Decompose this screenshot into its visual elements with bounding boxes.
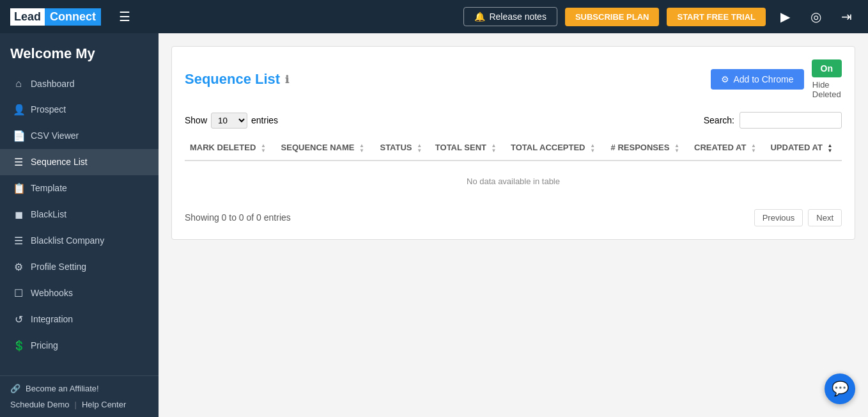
release-notes-button[interactable]: 🔔 Release notes bbox=[463, 7, 557, 26]
sidebar-item-webhooks[interactable]: ☐ Webhooks bbox=[0, 280, 159, 306]
sidebar-item-sequence-list[interactable]: ☰ Sequence List bbox=[0, 149, 159, 175]
list-icon: ☰ bbox=[13, 156, 24, 168]
col-mark-deleted[interactable]: MARK DELETED ▲▼ bbox=[185, 136, 276, 161]
sort-icon-status: ▲▼ bbox=[417, 143, 422, 153]
add-to-chrome-button[interactable]: ⚙ Add to Chrome bbox=[711, 69, 803, 90]
exit-icon[interactable]: ⇥ bbox=[835, 5, 858, 28]
col-status[interactable]: STATUS ▲▼ bbox=[375, 136, 430, 161]
sort-icon-total-accepted: ▲▼ bbox=[590, 143, 595, 153]
entries-label: entries bbox=[251, 115, 278, 125]
col-created-at[interactable]: CREATED AT ▲▼ bbox=[689, 136, 765, 161]
schedule-demo-link[interactable]: Schedule Demo bbox=[10, 400, 70, 409]
chat-bubble[interactable]: 💬 bbox=[825, 374, 855, 404]
sidebar-item-integration[interactable]: ↺ Integration bbox=[0, 306, 159, 333]
hamburger-icon[interactable]: ☰ bbox=[119, 9, 130, 24]
sidebar-item-pricing[interactable]: 💲 Pricing bbox=[0, 333, 159, 359]
sidebar-item-prospect[interactable]: 👤 Prospect bbox=[0, 97, 159, 123]
sidebar-item-dashboard[interactable]: ⌂ Dashboard bbox=[0, 71, 159, 97]
hide-deleted-toggle[interactable]: On bbox=[812, 59, 842, 77]
sequence-list-title-row: Sequence List ℹ bbox=[185, 71, 289, 88]
col-total-sent[interactable]: TOTAL SENT ▲▼ bbox=[430, 136, 506, 161]
top-navigation: Lead Connect ☰ 🔔 Release notes SUBSCRIBE… bbox=[0, 0, 868, 33]
integration-icon: ↺ bbox=[13, 313, 24, 326]
sidebar-label-template: Template bbox=[31, 183, 67, 193]
table-header-row: MARK DELETED ▲▼ SEQUENCE NAME ▲▼ STATUS … bbox=[185, 136, 842, 161]
blacklist-company-icon: ☰ bbox=[13, 235, 24, 247]
template-icon: 📋 bbox=[13, 182, 24, 194]
showing-text: Showing 0 to 0 of 0 entries bbox=[185, 212, 291, 223]
logo-lead: Lead bbox=[10, 8, 45, 26]
affiliate-icon: 🔗 bbox=[10, 384, 20, 393]
document-icon: 📄 bbox=[13, 130, 24, 142]
chrome-icon[interactable]: ◎ bbox=[804, 5, 827, 28]
sidebar-label-pricing: Pricing bbox=[31, 340, 58, 350]
col-updated-at[interactable]: UPDATED AT ▲▼ bbox=[765, 136, 842, 161]
trial-button[interactable]: START FREE TRIAL bbox=[667, 8, 766, 26]
main-content: Sequence List ℹ ⚙ Add to Chrome On HideD… bbox=[159, 33, 868, 417]
no-data-row: No data available in table bbox=[185, 161, 842, 201]
webhook-icon: ☐ bbox=[13, 287, 24, 299]
sort-icon-total-sent: ▲▼ bbox=[492, 143, 497, 153]
sidebar-footer-links: Schedule Demo | Help Center bbox=[10, 400, 148, 409]
table-footer: Showing 0 to 0 of 0 entries Previous Nex… bbox=[185, 209, 842, 226]
previous-button[interactable]: Previous bbox=[754, 209, 803, 226]
sequence-table: MARK DELETED ▲▼ SEQUENCE NAME ▲▼ STATUS … bbox=[185, 136, 842, 201]
hide-deleted-label: HideDeleted bbox=[812, 80, 841, 99]
sidebar-item-blacklist-company[interactable]: ☰ Blacklist Company bbox=[0, 228, 159, 254]
sequence-actions: ⚙ Add to Chrome On HideDeleted bbox=[711, 59, 842, 99]
col-responses[interactable]: # RESPONSES ▲▼ bbox=[606, 136, 689, 161]
sort-icon-mark-deleted: ▲▼ bbox=[261, 143, 266, 153]
no-data-message: No data available in table bbox=[185, 161, 842, 201]
release-notes-label: Release notes bbox=[489, 12, 546, 22]
sidebar-item-csv-viewer[interactable]: 📄 CSV Viewer bbox=[0, 123, 159, 149]
chrome-star-icon: ⚙ bbox=[721, 74, 729, 84]
play-icon[interactable]: ▶ bbox=[773, 5, 796, 28]
sequence-list-card: Sequence List ℹ ⚙ Add to Chrome On HideD… bbox=[171, 46, 855, 240]
hide-deleted-container: On HideDeleted bbox=[812, 59, 842, 99]
sidebar-item-profile-setting[interactable]: ⚙ Profile Setting bbox=[0, 254, 159, 280]
user-icon: 👤 bbox=[13, 104, 24, 116]
col-sequence-name[interactable]: SEQUENCE NAME ▲▼ bbox=[276, 136, 375, 161]
sidebar-label-blacklist-company: Blacklist Company bbox=[31, 235, 104, 246]
table-head: MARK DELETED ▲▼ SEQUENCE NAME ▲▼ STATUS … bbox=[185, 136, 842, 161]
sidebar-label-prospect: Prospect bbox=[31, 104, 66, 114]
next-button[interactable]: Next bbox=[808, 209, 842, 226]
sidebar: Welcome My ⌂ Dashboard 👤 Prospect 📄 CSV … bbox=[0, 33, 159, 417]
info-icon[interactable]: ℹ bbox=[285, 74, 289, 86]
sidebar-welcome: Welcome My bbox=[0, 33, 159, 71]
help-center-link[interactable]: Help Center bbox=[82, 400, 126, 409]
sequence-list-header: Sequence List ℹ ⚙ Add to Chrome On HideD… bbox=[185, 59, 842, 99]
search-label: Search: bbox=[704, 115, 734, 125]
show-label: Show bbox=[185, 115, 207, 125]
main-layout: Welcome My ⌂ Dashboard 👤 Prospect 📄 CSV … bbox=[0, 33, 868, 417]
sidebar-label-dashboard: Dashboard bbox=[31, 79, 75, 89]
add-chrome-label: Add to Chrome bbox=[733, 74, 793, 84]
subscribe-button[interactable]: SUBSCRIBE PLAN bbox=[565, 8, 660, 26]
col-total-accepted[interactable]: TOTAL ACCEPTED ▲▼ bbox=[506, 136, 606, 161]
table-body: No data available in table bbox=[185, 161, 842, 201]
pagination: Previous Next bbox=[754, 209, 842, 226]
entries-select[interactable]: 10 25 50 100 bbox=[211, 113, 247, 129]
affiliate-link[interactable]: 🔗 Become an Affiliate! bbox=[10, 384, 148, 393]
chat-icon: 💬 bbox=[832, 381, 849, 397]
sort-icon-created-at: ▲▼ bbox=[751, 143, 756, 153]
sidebar-item-template[interactable]: 📋 Template bbox=[0, 175, 159, 201]
show-entries: Show 10 25 50 100 entries bbox=[185, 113, 278, 129]
page-title: Sequence List bbox=[185, 71, 280, 88]
sidebar-bottom: 🔗 Become an Affiliate! Schedule Demo | H… bbox=[0, 375, 159, 417]
affiliate-label: Become an Affiliate! bbox=[26, 384, 99, 393]
logo-connect: Connect bbox=[45, 8, 101, 26]
sidebar-item-blacklist[interactable]: ◼ BlackList bbox=[0, 201, 159, 228]
blacklist-icon: ◼ bbox=[13, 208, 24, 221]
sort-icon-sequence-name: ▲▼ bbox=[359, 143, 364, 153]
sidebar-label-csv-viewer: CSV Viewer bbox=[31, 130, 79, 141]
logo[interactable]: Lead Connect bbox=[10, 8, 101, 26]
search-input[interactable] bbox=[740, 112, 842, 129]
pricing-icon: 💲 bbox=[13, 340, 24, 352]
sidebar-label-integration: Integration bbox=[31, 314, 73, 324]
sort-icon-updated-at: ▲▼ bbox=[827, 143, 832, 153]
table-controls: Show 10 25 50 100 entries Search: bbox=[185, 112, 842, 129]
bell-icon: 🔔 bbox=[474, 12, 485, 22]
home-icon: ⌂ bbox=[13, 78, 24, 90]
footer-divider: | bbox=[75, 400, 77, 409]
